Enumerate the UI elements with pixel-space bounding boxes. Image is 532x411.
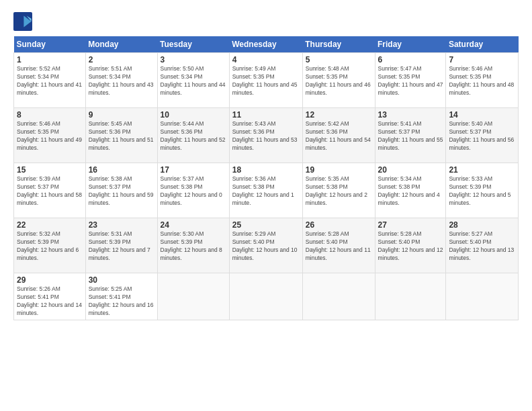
day-info: Sunrise: 5:52 AMSunset: 5:34 PMDaylight:… bbox=[17, 65, 83, 97]
calendar-cell: 20Sunrise: 5:34 AMSunset: 5:38 PMDayligh… bbox=[375, 163, 446, 218]
day-number: 25 bbox=[232, 220, 300, 230]
page: SundayMondayTuesdayWednesdayThursdayFrid… bbox=[0, 0, 532, 411]
calendar-cell: 7Sunrise: 5:46 AMSunset: 5:35 PMDaylight… bbox=[446, 53, 519, 108]
calendar-cell: 26Sunrise: 5:28 AMSunset: 5:40 PMDayligh… bbox=[302, 218, 375, 273]
day-info: Sunrise: 5:42 AMSunset: 5:36 PMDaylight:… bbox=[306, 120, 372, 152]
day-number: 23 bbox=[89, 220, 154, 230]
calendar-table: SundayMondayTuesdayWednesdayThursdayFrid… bbox=[13, 36, 519, 320]
day-info: Sunrise: 5:36 AMSunset: 5:38 PMDaylight:… bbox=[232, 175, 300, 208]
day-number: 3 bbox=[161, 55, 226, 64]
calendar-cell: 17Sunrise: 5:37 AMSunset: 5:38 PMDayligh… bbox=[157, 163, 229, 218]
calendar-week-row: 15Sunrise: 5:39 AMSunset: 5:37 PMDayligh… bbox=[14, 163, 519, 218]
day-number: 9 bbox=[89, 110, 154, 120]
day-info: Sunrise: 5:46 AMSunset: 5:35 PMDaylight:… bbox=[17, 120, 83, 152]
day-info: Sunrise: 5:50 AMSunset: 5:34 PMDaylight:… bbox=[161, 65, 226, 97]
calendar-cell: 15Sunrise: 5:39 AMSunset: 5:37 PMDayligh… bbox=[14, 163, 86, 218]
day-number: 6 bbox=[378, 55, 443, 64]
calendar-cell: 10Sunrise: 5:44 AMSunset: 5:36 PMDayligh… bbox=[157, 108, 229, 163]
day-number: 2 bbox=[89, 55, 154, 64]
day-info: Sunrise: 5:26 AMSunset: 5:41 PMDaylight:… bbox=[17, 285, 83, 318]
weekday-header: Saturday bbox=[446, 36, 519, 53]
day-number: 21 bbox=[449, 165, 515, 175]
day-number: 20 bbox=[378, 165, 443, 175]
calendar-cell bbox=[157, 273, 229, 320]
header bbox=[13, 12, 519, 31]
weekday-header-row: SundayMondayTuesdayWednesdayThursdayFrid… bbox=[14, 36, 519, 53]
day-info: Sunrise: 5:51 AMSunset: 5:34 PMDaylight:… bbox=[89, 65, 154, 97]
calendar-cell: 16Sunrise: 5:38 AMSunset: 5:37 PMDayligh… bbox=[85, 163, 157, 218]
calendar-cell: 18Sunrise: 5:36 AMSunset: 5:38 PMDayligh… bbox=[229, 163, 302, 218]
day-info: Sunrise: 5:30 AMSunset: 5:39 PMDaylight:… bbox=[161, 230, 226, 263]
day-info: Sunrise: 5:41 AMSunset: 5:37 PMDaylight:… bbox=[378, 120, 443, 152]
calendar-cell: 8Sunrise: 5:46 AMSunset: 5:35 PMDaylight… bbox=[14, 108, 86, 163]
day-info: Sunrise: 5:49 AMSunset: 5:35 PMDaylight:… bbox=[232, 65, 300, 97]
calendar-cell: 21Sunrise: 5:33 AMSunset: 5:39 PMDayligh… bbox=[446, 163, 519, 218]
day-info: Sunrise: 5:47 AMSunset: 5:35 PMDaylight:… bbox=[378, 65, 443, 97]
calendar-cell: 4Sunrise: 5:49 AMSunset: 5:35 PMDaylight… bbox=[229, 53, 302, 108]
calendar-cell: 1Sunrise: 5:52 AMSunset: 5:34 PMDaylight… bbox=[14, 53, 86, 108]
calendar-cell: 6Sunrise: 5:47 AMSunset: 5:35 PMDaylight… bbox=[375, 53, 446, 108]
calendar-cell: 2Sunrise: 5:51 AMSunset: 5:34 PMDaylight… bbox=[85, 53, 157, 108]
day-info: Sunrise: 5:25 AMSunset: 5:41 PMDaylight:… bbox=[89, 285, 154, 318]
day-number: 10 bbox=[161, 110, 226, 120]
calendar-cell bbox=[446, 273, 519, 320]
calendar-cell: 3Sunrise: 5:50 AMSunset: 5:34 PMDaylight… bbox=[157, 53, 229, 108]
day-number: 5 bbox=[306, 55, 372, 64]
calendar-cell: 12Sunrise: 5:42 AMSunset: 5:36 PMDayligh… bbox=[302, 108, 375, 163]
day-number: 4 bbox=[232, 55, 300, 64]
weekday-header: Friday bbox=[375, 36, 446, 53]
day-number: 13 bbox=[378, 110, 443, 120]
weekday-header: Sunday bbox=[14, 36, 86, 53]
calendar-week-row: 1Sunrise: 5:52 AMSunset: 5:34 PMDaylight… bbox=[14, 53, 519, 108]
day-info: Sunrise: 5:44 AMSunset: 5:36 PMDaylight:… bbox=[161, 120, 226, 152]
day-info: Sunrise: 5:34 AMSunset: 5:38 PMDaylight:… bbox=[378, 175, 443, 208]
calendar-cell: 24Sunrise: 5:30 AMSunset: 5:39 PMDayligh… bbox=[157, 218, 229, 273]
calendar-cell: 30Sunrise: 5:25 AMSunset: 5:41 PMDayligh… bbox=[85, 273, 157, 320]
day-number: 7 bbox=[449, 55, 515, 64]
day-info: Sunrise: 5:33 AMSunset: 5:39 PMDaylight:… bbox=[449, 175, 515, 208]
calendar-cell: 9Sunrise: 5:45 AMSunset: 5:36 PMDaylight… bbox=[85, 108, 157, 163]
day-number: 8 bbox=[17, 110, 83, 120]
day-number: 27 bbox=[378, 220, 443, 230]
day-info: Sunrise: 5:46 AMSunset: 5:35 PMDaylight:… bbox=[449, 65, 515, 97]
day-number: 18 bbox=[232, 165, 300, 175]
calendar-cell: 11Sunrise: 5:43 AMSunset: 5:36 PMDayligh… bbox=[229, 108, 302, 163]
calendar-cell: 27Sunrise: 5:28 AMSunset: 5:40 PMDayligh… bbox=[375, 218, 446, 273]
day-info: Sunrise: 5:29 AMSunset: 5:40 PMDaylight:… bbox=[232, 230, 300, 263]
day-info: Sunrise: 5:31 AMSunset: 5:39 PMDaylight:… bbox=[89, 230, 154, 263]
day-number: 14 bbox=[449, 110, 515, 120]
calendar-cell bbox=[229, 273, 302, 320]
day-number: 16 bbox=[89, 165, 154, 175]
day-number: 24 bbox=[161, 220, 226, 230]
day-number: 17 bbox=[161, 165, 226, 175]
day-number: 28 bbox=[449, 220, 515, 230]
day-info: Sunrise: 5:45 AMSunset: 5:36 PMDaylight:… bbox=[89, 120, 154, 152]
day-number: 19 bbox=[306, 165, 372, 175]
day-info: Sunrise: 5:28 AMSunset: 5:40 PMDaylight:… bbox=[378, 230, 443, 263]
calendar-cell: 14Sunrise: 5:40 AMSunset: 5:37 PMDayligh… bbox=[446, 108, 519, 163]
day-info: Sunrise: 5:39 AMSunset: 5:37 PMDaylight:… bbox=[17, 175, 83, 208]
day-number: 29 bbox=[17, 275, 83, 285]
weekday-header: Wednesday bbox=[229, 36, 302, 53]
day-number: 22 bbox=[17, 220, 83, 230]
day-info: Sunrise: 5:37 AMSunset: 5:38 PMDaylight:… bbox=[161, 175, 226, 208]
day-info: Sunrise: 5:43 AMSunset: 5:36 PMDaylight:… bbox=[232, 120, 300, 152]
day-number: 15 bbox=[17, 165, 83, 175]
calendar-cell: 23Sunrise: 5:31 AMSunset: 5:39 PMDayligh… bbox=[85, 218, 157, 273]
calendar-cell: 28Sunrise: 5:27 AMSunset: 5:40 PMDayligh… bbox=[446, 218, 519, 273]
day-number: 12 bbox=[306, 110, 372, 120]
calendar-week-row: 8Sunrise: 5:46 AMSunset: 5:35 PMDaylight… bbox=[14, 108, 519, 163]
day-number: 11 bbox=[232, 110, 300, 120]
calendar-cell bbox=[375, 273, 446, 320]
day-number: 1 bbox=[17, 55, 83, 64]
weekday-header: Monday bbox=[85, 36, 157, 53]
calendar-cell: 13Sunrise: 5:41 AMSunset: 5:37 PMDayligh… bbox=[375, 108, 446, 163]
weekday-header: Tuesday bbox=[157, 36, 229, 53]
day-info: Sunrise: 5:38 AMSunset: 5:37 PMDaylight:… bbox=[89, 175, 154, 208]
calendar-cell: 22Sunrise: 5:32 AMSunset: 5:39 PMDayligh… bbox=[14, 218, 86, 273]
calendar-cell: 5Sunrise: 5:48 AMSunset: 5:35 PMDaylight… bbox=[302, 53, 375, 108]
day-info: Sunrise: 5:40 AMSunset: 5:37 PMDaylight:… bbox=[449, 120, 515, 152]
calendar-week-row: 22Sunrise: 5:32 AMSunset: 5:39 PMDayligh… bbox=[14, 218, 519, 273]
calendar-week-row: 29Sunrise: 5:26 AMSunset: 5:41 PMDayligh… bbox=[14, 273, 519, 320]
day-number: 30 bbox=[89, 275, 154, 285]
